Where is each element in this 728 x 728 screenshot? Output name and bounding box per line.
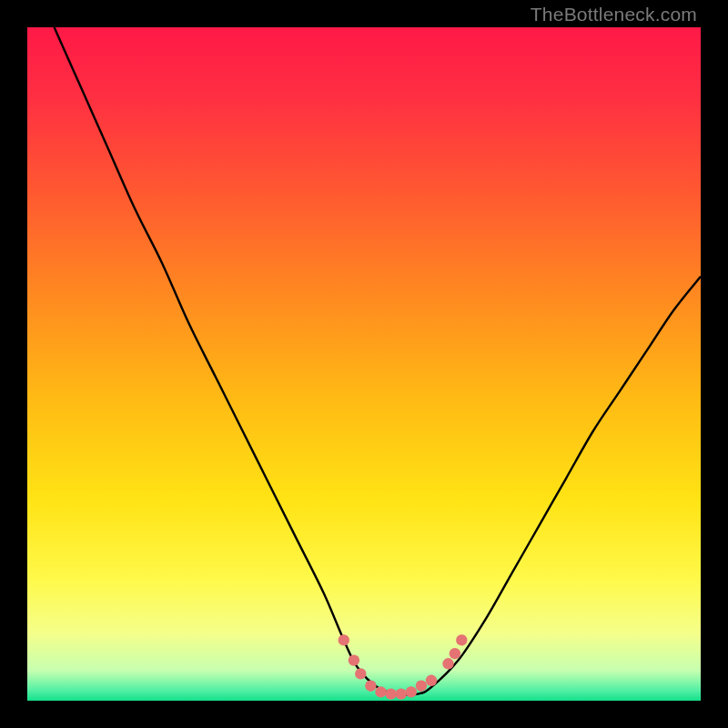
curve-marker: [426, 675, 437, 686]
curve-marker: [396, 688, 407, 699]
background-gradient: [27, 27, 701, 701]
curve-marker: [355, 668, 366, 679]
outer-black-frame: TheBottleneck.com: [0, 0, 728, 728]
chart-svg: [27, 27, 701, 701]
curve-marker: [349, 654, 359, 665]
watermark-text: TheBottleneck.com: [531, 4, 697, 25]
curve-marker: [365, 681, 376, 692]
curve-marker: [385, 688, 396, 699]
curve-marker: [416, 681, 427, 692]
curve-marker: [442, 658, 453, 669]
curve-marker: [375, 686, 386, 697]
curve-marker: [406, 686, 417, 697]
curve-marker: [450, 648, 460, 659]
curve-marker: [339, 634, 349, 645]
curve-marker: [456, 634, 467, 645]
plot-area: [27, 27, 701, 701]
